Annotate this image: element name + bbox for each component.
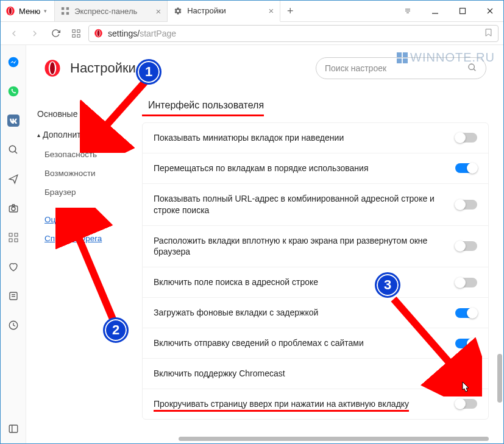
svg-rect-16	[73, 34, 75, 37]
toggle[interactable]	[455, 308, 477, 318]
windows-logo-icon	[397, 52, 408, 63]
send-icon[interactable]	[7, 173, 20, 185]
settings-card: Показывать миниатюры вкладок при наведен…	[142, 122, 489, 420]
toggle[interactable]	[455, 368, 477, 378]
svg-point-24	[9, 146, 16, 152]
toggle[interactable]	[455, 163, 477, 173]
title-bar: Меню ▾ Экспресс-панель × Настройки × +	[1, 1, 503, 22]
setting-row[interactable]: Расположить вкладки вплотную к краю экра…	[143, 226, 488, 268]
svg-point-2	[9, 8, 12, 15]
svg-rect-36	[9, 425, 18, 432]
sidebar-link-rate[interactable]: Оценить Opera	[32, 210, 136, 229]
svg-rect-32	[10, 292, 17, 300]
svg-rect-5	[62, 12, 64, 15]
toggle[interactable]	[455, 200, 477, 210]
svg-rect-17	[77, 34, 80, 37]
new-tab-button[interactable]: +	[280, 1, 300, 21]
setting-row[interactable]: Включить поле поиска в адресной строке	[143, 267, 488, 298]
sidebar-item-security[interactable]: Безопасность	[32, 145, 136, 164]
sidebar-link-help[interactable]: Справка Opera	[32, 229, 136, 248]
toggle[interactable]	[455, 339, 477, 348]
tab-speed-dial[interactable]: Экспресс-панель ×	[55, 1, 168, 21]
search-placeholder: Поиск настроек	[325, 63, 386, 73]
opera-icon	[5, 6, 15, 16]
settings-sidebar: Основные ▴ Дополнительно Безопасность Во…	[26, 85, 136, 443]
svg-point-22	[8, 86, 18, 97]
window-menu-icon[interactable]	[394, 1, 421, 21]
setting-row[interactable]: Показывать полный URL-адрес в комбиниров…	[143, 184, 488, 226]
sidebar-item-features[interactable]: Возможности	[32, 164, 136, 183]
toggle[interactable]	[455, 133, 477, 143]
setting-row[interactable]: Прокручивать страницу вверх при нажатии …	[143, 389, 488, 419]
svg-point-27	[12, 207, 15, 211]
tab-label: Настройки	[187, 6, 226, 15]
settings-panel: Интерфейс пользователя Показывать миниат…	[136, 85, 503, 443]
setting-row[interactable]: Включить отправку сведений о проблемах с…	[143, 328, 488, 359]
svg-rect-4	[66, 7, 69, 10]
setting-row[interactable]: Загружать фоновые вкладки с задержкой	[143, 298, 488, 328]
svg-point-20	[98, 30, 100, 37]
opera-icon	[43, 59, 62, 77]
news-icon[interactable]	[7, 290, 20, 302]
history-icon[interactable]	[7, 319, 20, 331]
svg-rect-29	[15, 233, 18, 236]
camera-icon[interactable]	[7, 202, 20, 214]
whatsapp-icon[interactable]	[7, 85, 20, 97]
svg-rect-3	[62, 7, 64, 10]
speed-dial-icon	[61, 7, 69, 15]
setting-row[interactable]: Включить поддержку Chromecast	[143, 359, 488, 389]
svg-rect-30	[9, 239, 12, 242]
cursor-icon	[459, 381, 471, 395]
horizontal-scrollbar[interactable]	[179, 437, 489, 441]
svg-rect-44	[403, 52, 408, 57]
tab-label: Экспресс-панель	[74, 7, 137, 16]
chevron-up-icon: ▴	[37, 132, 40, 138]
speed-dial-button[interactable]	[68, 25, 85, 42]
search-icon[interactable]	[7, 144, 20, 156]
svg-rect-31	[15, 239, 18, 242]
window-controls	[394, 1, 503, 21]
svg-rect-14	[73, 29, 75, 32]
vertical-scrollbar[interactable]	[497, 354, 502, 403]
vk-icon[interactable]	[7, 115, 20, 127]
setting-row[interactable]: Показывать миниатюры вкладок при наведен…	[143, 123, 488, 153]
url-text: settings/startPage	[108, 29, 176, 38]
close-window-icon[interactable]	[476, 1, 503, 21]
toggle[interactable]	[455, 399, 477, 409]
bookmark-icon[interactable]	[484, 28, 493, 39]
gear-icon	[174, 7, 182, 15]
maximize-icon[interactable]	[449, 1, 476, 21]
sidebar-item-basic[interactable]: Основные	[32, 104, 136, 124]
svg-rect-45	[397, 58, 402, 63]
toggle[interactable]	[455, 278, 477, 287]
heart-icon[interactable]	[7, 261, 20, 273]
back-button[interactable]	[5, 25, 23, 42]
chevron-down-icon: ▾	[44, 8, 47, 14]
toggle[interactable]	[455, 241, 477, 251]
address-bar[interactable]: settings/startPage	[88, 25, 499, 42]
menu-button[interactable]: Меню ▾	[1, 1, 55, 21]
nav-bar: settings/startPage	[1, 22, 503, 45]
section-title: Интерфейс пользователя	[142, 91, 264, 116]
tab-settings[interactable]: Настройки ×	[168, 1, 280, 22]
reload-button[interactable]	[47, 25, 64, 42]
annotation-badge-2: 2	[103, 317, 129, 343]
watermark: WINNOTE.RU	[397, 51, 495, 65]
svg-rect-15	[77, 29, 80, 32]
setting-row[interactable]: Перемещаться по вкладкам в порядке испол…	[143, 153, 488, 184]
apps-icon[interactable]	[7, 231, 20, 244]
minimize-icon[interactable]	[421, 1, 449, 21]
annotation-badge-1: 1	[136, 59, 161, 85]
forward-button[interactable]	[26, 25, 43, 42]
svg-line-25	[15, 151, 17, 153]
svg-rect-11	[460, 9, 465, 14]
close-icon[interactable]: ×	[268, 5, 274, 16]
sidebar-toggle-icon[interactable]	[7, 423, 20, 435]
sidebar-item-advanced[interactable]: ▴ Дополнительно	[32, 124, 136, 145]
sidebar-item-browser[interactable]: Браузер	[32, 183, 136, 202]
messenger-icon[interactable]	[7, 56, 20, 68]
close-icon[interactable]: ×	[155, 6, 161, 16]
annotation-badge-3: 3	[375, 272, 400, 298]
page-title: Настройки	[70, 60, 136, 76]
opera-icon	[94, 29, 103, 38]
